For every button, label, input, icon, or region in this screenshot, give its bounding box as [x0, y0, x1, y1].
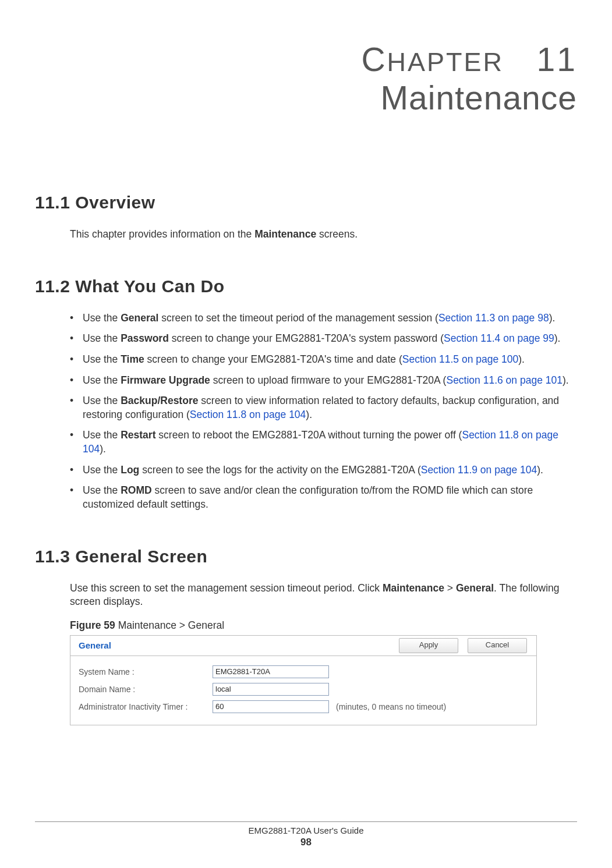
text: ). [306, 409, 312, 420]
figure-ui-general: General Apply Cancel System Name : Domai… [70, 635, 537, 725]
text: screen to see the logs for the activity … [139, 464, 420, 476]
general-paragraph: Use this screen to set the management se… [70, 582, 577, 609]
list-item: Use the Backup/Restore screen to view in… [70, 394, 577, 421]
footer-page-number: 98 [35, 837, 577, 848]
text-bold: Log [121, 464, 139, 476]
chapter-smallcaps: HAPTER [387, 47, 504, 77]
label-domain-name: Domain Name : [79, 685, 213, 694]
chapter-label: CHAPTER 11 [35, 41, 577, 79]
list-item: Use the Time screen to change your EMG28… [70, 353, 577, 367]
text: ). [518, 353, 525, 365]
text-bold: Maintenance [254, 228, 316, 240]
input-domain-name[interactable] [213, 683, 329, 696]
text: > [444, 582, 456, 594]
text-bold: General [121, 312, 158, 324]
chapter-header: CHAPTER 11 Maintenance [35, 41, 577, 117]
text-bold: Restart [121, 429, 155, 441]
cross-reference[interactable]: Section 11.6 on page 101 [446, 374, 562, 386]
heading-whatyoucando: 11.2 What You Can Do [35, 277, 577, 296]
text: ). [100, 443, 106, 455]
text: ). [549, 312, 556, 324]
text-bold: General [456, 582, 494, 594]
cross-reference[interactable]: Section 11.9 on page 104 [421, 464, 537, 476]
overview-paragraph: This chapter provides information on the… [70, 228, 577, 242]
text-bold: ROMD [121, 484, 151, 496]
ui-panel-title: General [70, 640, 399, 650]
text: This chapter provides information on the [70, 228, 254, 240]
text: ). [563, 374, 569, 386]
section-whatyoucando: 11.2 What You Can Do Use the General scr… [35, 277, 577, 512]
page-footer: EMG2881-T20A User's Guide 98 [35, 821, 577, 848]
heading-general-screen: 11.3 General Screen [35, 547, 577, 566]
row-system-name: System Name : [79, 663, 528, 681]
figure-title: Maintenance > General [115, 619, 224, 631]
section-general-screen: 11.3 General Screen Use this screen to s… [35, 547, 577, 725]
section-overview: 11.1 Overview This chapter provides info… [35, 193, 577, 242]
text-bold: Maintenance [383, 582, 444, 594]
text-bold: Firmware Upgrade [121, 374, 210, 386]
text: screen to reboot the EMG2881-T20A withou… [156, 429, 462, 441]
text: Use the [83, 374, 121, 386]
text: Use the [83, 353, 121, 365]
text: screen to change your EMG2881-T20A's tim… [144, 353, 402, 365]
bullet-list: Use the General screen to set the timeou… [70, 311, 577, 512]
list-item: Use the ROMD screen to save and/or clean… [70, 484, 577, 511]
chapter-title: Maintenance [35, 79, 577, 118]
chapter-prefix: C [361, 41, 387, 78]
footer-guide-name: EMG2881-T20A User's Guide [249, 826, 364, 835]
figure-label: Figure 59 [70, 619, 115, 631]
text: ). [554, 332, 561, 344]
figure-caption: Figure 59 Maintenance > General [70, 619, 577, 632]
text-bold: Password [121, 332, 169, 344]
row-domain-name: Domain Name : [79, 681, 528, 698]
text: Use the [83, 464, 121, 476]
chapter-number: 11 [537, 41, 577, 78]
text-bold: Backup/Restore [121, 395, 198, 406]
cancel-button[interactable]: Cancel [468, 638, 527, 653]
text: Use the [83, 484, 121, 496]
list-item: Use the Restart screen to reboot the EMG… [70, 428, 577, 456]
label-inactivity-timer: Administrator Inactivity Timer : [79, 702, 213, 711]
cross-reference[interactable]: Section 11.5 on page 100 [402, 353, 518, 365]
text: Use this screen to set the management se… [70, 582, 383, 594]
text-bold: Time [121, 353, 144, 365]
input-system-name[interactable] [213, 665, 329, 678]
text: screens. [316, 228, 358, 240]
list-item: Use the Firmware Upgrade screen to uploa… [70, 374, 577, 388]
cross-reference[interactable]: Section 11.3 on page 98 [438, 312, 549, 324]
page: CHAPTER 11 Maintenance 11.1 Overview Thi… [0, 0, 612, 868]
list-item: Use the Log screen to see the logs for t… [70, 463, 577, 477]
text: screen to set the timeout period of the … [158, 312, 438, 324]
apply-button[interactable]: Apply [399, 638, 458, 653]
text: screen to change your EMG2881-T20A's sys… [169, 332, 444, 344]
suffix-inactivity-timer: (minutes, 0 means no timeout) [336, 702, 446, 711]
label-system-name: System Name : [79, 667, 213, 676]
text: Use the [83, 332, 121, 344]
heading-overview: 11.1 Overview [35, 193, 577, 212]
list-item: Use the Password screen to change your E… [70, 332, 577, 346]
text: screen to upload firmware to your EMG288… [210, 374, 447, 386]
text: Use the [83, 429, 121, 441]
ui-header: General Apply Cancel [70, 636, 536, 656]
text: ). [537, 464, 543, 476]
text: Use the [83, 312, 121, 324]
ui-body: System Name : Domain Name : Administrato… [70, 656, 536, 725]
input-inactivity-timer[interactable] [213, 700, 329, 713]
cross-reference[interactable]: Section 11.4 on page 99 [444, 332, 554, 344]
cross-reference[interactable]: Section 11.8 on page 104 [190, 409, 306, 420]
text: Use the [83, 395, 121, 406]
list-item: Use the General screen to set the timeou… [70, 311, 577, 325]
row-inactivity-timer: Administrator Inactivity Timer : (minute… [79, 698, 528, 715]
